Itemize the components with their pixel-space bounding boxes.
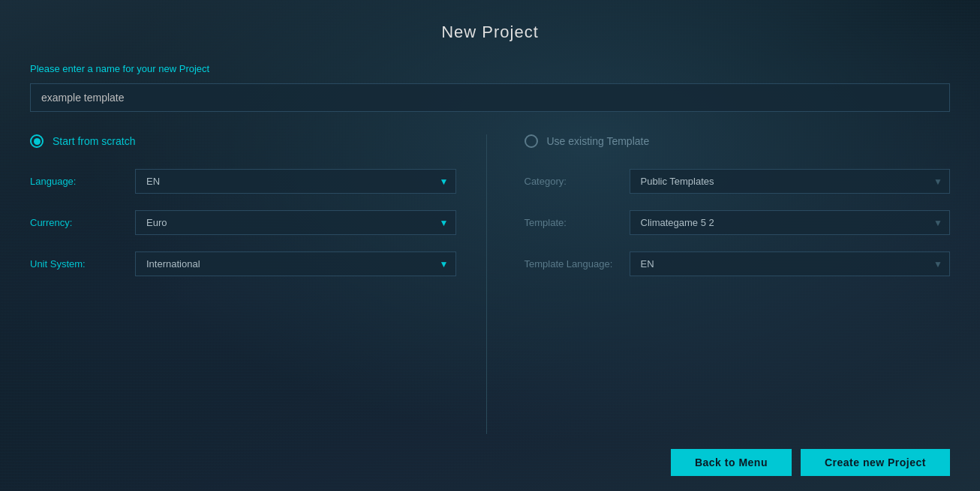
use-existing-template-radio-circle[interactable]	[525, 134, 538, 148]
start-from-scratch-label: Start from scratch	[53, 135, 135, 147]
footer: Back to Menu Create new Project	[30, 434, 950, 476]
create-new-project-button[interactable]: Create new Project	[801, 449, 950, 476]
currency-row: Currency: Euro USD GBP ▼	[30, 210, 456, 235]
currency-select-wrapper: Euro USD GBP ▼	[135, 210, 456, 235]
template-language-select[interactable]: EN DE FR	[630, 252, 951, 276]
category-select-wrapper: Public Templates My Templates ▼	[630, 169, 951, 194]
template-select-wrapper: Climategame 5 2 Climategame 5 1 ▼	[630, 210, 951, 235]
project-name-input[interactable]	[30, 83, 950, 112]
start-from-scratch-radio[interactable]: Start from scratch	[30, 134, 456, 148]
right-panel: Use existing Template Category: Public T…	[487, 134, 951, 434]
language-label: Language:	[30, 176, 135, 187]
use-existing-template-radio[interactable]: Use existing Template	[525, 134, 951, 148]
currency-select[interactable]: Euro USD GBP	[135, 210, 456, 235]
language-select[interactable]: EN DE FR ES	[135, 169, 456, 194]
category-select[interactable]: Public Templates My Templates	[630, 169, 951, 194]
page-title: New Project	[30, 23, 950, 42]
category-label: Category:	[525, 176, 630, 187]
unit-system-select-wrapper: International Imperial US ▼	[135, 252, 456, 276]
left-panel: Start from scratch Language: EN DE FR ES…	[30, 134, 487, 434]
category-row: Category: Public Templates My Templates …	[525, 169, 951, 194]
back-to-menu-button[interactable]: Back to Menu	[671, 449, 792, 476]
template-language-label: Template Language:	[525, 258, 630, 270]
use-existing-template-label: Use existing Template	[547, 135, 650, 147]
form-subtitle: Please enter a name for your new Project	[30, 63, 950, 74]
template-language-row: Template Language: EN DE FR ▼	[525, 252, 951, 276]
start-from-scratch-radio-circle[interactable]	[30, 134, 44, 148]
template-row: Template: Climategame 5 2 Climategame 5 …	[525, 210, 951, 235]
unit-system-label: Unit System:	[30, 258, 135, 270]
language-select-wrapper: EN DE FR ES ▼	[135, 169, 456, 194]
template-language-select-wrapper: EN DE FR ▼	[630, 252, 951, 276]
currency-label: Currency:	[30, 217, 135, 228]
unit-system-row: Unit System: International Imperial US ▼	[30, 252, 456, 276]
unit-system-select[interactable]: International Imperial US	[135, 252, 456, 276]
template-select[interactable]: Climategame 5 2 Climategame 5 1	[630, 210, 951, 235]
language-row: Language: EN DE FR ES ▼	[30, 169, 456, 194]
template-label: Template:	[525, 217, 630, 228]
